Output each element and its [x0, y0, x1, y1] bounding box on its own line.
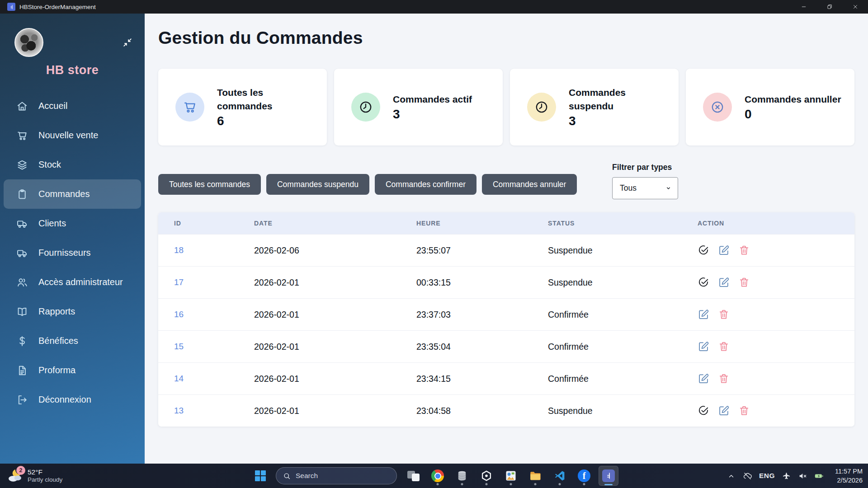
order-id-link[interactable]: 16 — [158, 310, 254, 319]
confirm-order-button[interactable] — [698, 405, 709, 417]
delete-order-button[interactable] — [718, 373, 730, 385]
task-view-icon — [407, 470, 420, 482]
volume-muted-icon[interactable] — [798, 471, 807, 481]
edit-order-button[interactable] — [718, 405, 730, 417]
sidebar-item-nouvelle-vente[interactable]: Nouvelle vente — [0, 121, 145, 150]
delete-order-button[interactable] — [718, 341, 730, 352]
edit-order-button[interactable] — [698, 309, 709, 320]
stat-card-value: 6 — [217, 114, 310, 128]
hbstore-app-icon — [602, 469, 615, 482]
weather-widget[interactable]: 2 52°F Partly cloudy — [6, 464, 62, 488]
table-body: 182026-02-0623:55:07Suspendue172026-02-0… — [158, 234, 854, 427]
delete-order-button[interactable] — [738, 405, 750, 417]
system-tray: ENG 11:57 PM 2/5/2026 — [726, 464, 863, 488]
minimize-button[interactable] — [791, 0, 816, 14]
moon-cloudy-icon: 2 — [6, 467, 24, 484]
stat-card-value: 0 — [745, 107, 854, 122]
order-status: Confirmée — [548, 342, 698, 352]
running-indicator-dot — [486, 483, 488, 485]
sidebar-item-accueil[interactable]: Accueil — [0, 91, 145, 121]
language-indicator[interactable]: ENG — [759, 472, 775, 480]
sidebar-item-label: Déconnexion — [38, 394, 91, 405]
facebook-icon: f — [578, 469, 590, 482]
filter-button-commandes-suspendu[interactable]: Commandes suspendu — [266, 174, 369, 195]
restore-button[interactable] — [816, 0, 842, 14]
taskbar-app-chatgpt[interactable] — [476, 466, 496, 486]
close-button[interactable] — [842, 0, 868, 14]
order-id-link[interactable]: 15 — [158, 342, 254, 352]
collapse-sidebar-icon[interactable] — [122, 37, 134, 49]
edit-order-button[interactable] — [718, 244, 730, 256]
order-id-link[interactable]: 18 — [158, 245, 254, 255]
order-status: Confirmée — [548, 374, 698, 384]
tray-time: 11:57 PM — [835, 467, 863, 476]
order-status: Suspendue — [548, 245, 698, 256]
order-time: 23:04:58 — [416, 406, 548, 416]
truck-icon — [16, 218, 28, 230]
order-id-link[interactable]: 14 — [158, 374, 254, 384]
order-id-link[interactable]: 13 — [158, 406, 254, 416]
sidebar-item-proforma[interactable]: Proforma — [0, 356, 145, 385]
sidebar: HB store AccueilNouvelle venteStockComma… — [0, 14, 145, 464]
clock-icon — [351, 93, 380, 122]
vscode-icon — [553, 469, 566, 482]
edit-order-button[interactable] — [718, 277, 730, 288]
order-status: Confirmée — [548, 310, 698, 320]
confirm-order-button[interactable] — [698, 244, 709, 256]
delete-order-button[interactable] — [738, 277, 750, 288]
onedrive-offline-icon[interactable] — [743, 471, 752, 481]
type-filter-select[interactable]: Tous — [612, 177, 678, 199]
battery-charging-icon[interactable] — [814, 471, 824, 481]
sidebar-item-rapports[interactable]: Rapports — [0, 297, 145, 326]
taskbar-app-file-explorer[interactable] — [525, 466, 545, 486]
sidebar-item-stock[interactable]: Stock — [0, 150, 145, 179]
order-status: Suspendue — [548, 406, 698, 416]
sidebar-item-acces-administrateur[interactable]: Accès administrateur — [0, 267, 145, 297]
sidebar-item-commandes[interactable]: Commandes — [4, 179, 141, 209]
app-logo-icon — [7, 3, 15, 11]
sidebar-item-clients[interactable]: Clients — [0, 209, 145, 238]
truck-icon — [16, 247, 28, 259]
window-title: HBStore-OrderManagement — [19, 4, 96, 10]
edit-order-button[interactable] — [698, 341, 709, 352]
taskbar-app-chrome[interactable] — [428, 466, 448, 486]
order-actions — [698, 244, 854, 256]
delete-order-button[interactable] — [718, 309, 730, 320]
column-header-heure: HEURE — [416, 220, 548, 227]
taskbar-app-hbstore[interactable] — [599, 466, 618, 486]
taskbar-app-vscode[interactable] — [550, 466, 570, 486]
taskbar-app-task-view[interactable] — [403, 466, 423, 486]
clock[interactable]: 11:57 PM 2/5/2026 — [835, 467, 863, 485]
column-header-action: ACTION — [698, 220, 854, 227]
order-id-link[interactable]: 17 — [158, 277, 254, 287]
sidebar-item-deconnexion[interactable]: Déconnexion — [0, 385, 145, 414]
airplane-mode-icon[interactable] — [782, 471, 791, 481]
running-indicator-dot — [437, 483, 439, 485]
tray-expand-icon[interactable] — [726, 471, 736, 481]
taskbar-app-photos[interactable] — [501, 466, 521, 486]
running-indicator-dot — [461, 483, 463, 485]
logout-icon — [16, 394, 28, 406]
order-row-18: 182026-02-0623:55:07Suspendue — [158, 234, 854, 266]
taskbar-search[interactable]: Search — [276, 467, 397, 484]
document-icon — [16, 365, 28, 376]
sidebar-item-label: Fournisseurs — [38, 248, 91, 258]
filter-button-commandes-annuler[interactable]: Commandes annuler — [482, 174, 577, 195]
taskbar: 2 52°F Partly cloudy Search f ENG 11:57 … — [0, 464, 868, 488]
file-explorer-icon — [529, 469, 542, 482]
type-filter-value: Tous — [620, 183, 637, 193]
stat-card-label: Commandes suspendu — [569, 86, 661, 113]
tray-date: 2/5/2026 — [835, 476, 863, 485]
delete-order-button[interactable] — [738, 244, 750, 256]
taskbar-app-facebook[interactable]: f — [574, 466, 594, 486]
sidebar-item-label: Proforma — [38, 365, 75, 375]
taskbar-app-database[interactable] — [452, 466, 472, 486]
confirm-order-button[interactable] — [698, 277, 709, 288]
order-time: 00:33:15 — [416, 277, 548, 288]
edit-order-button[interactable] — [698, 373, 709, 385]
sidebar-item-fournisseurs[interactable]: Fournisseurs — [0, 238, 145, 267]
filter-button-commandes-confirmer[interactable]: Commandes confirmer — [375, 174, 476, 195]
start-button[interactable] — [251, 467, 269, 485]
sidebar-item-benefices[interactable]: Bénéfices — [0, 326, 145, 356]
filter-button-toutes-les-commandes[interactable]: Toutes les commandes — [158, 174, 261, 195]
